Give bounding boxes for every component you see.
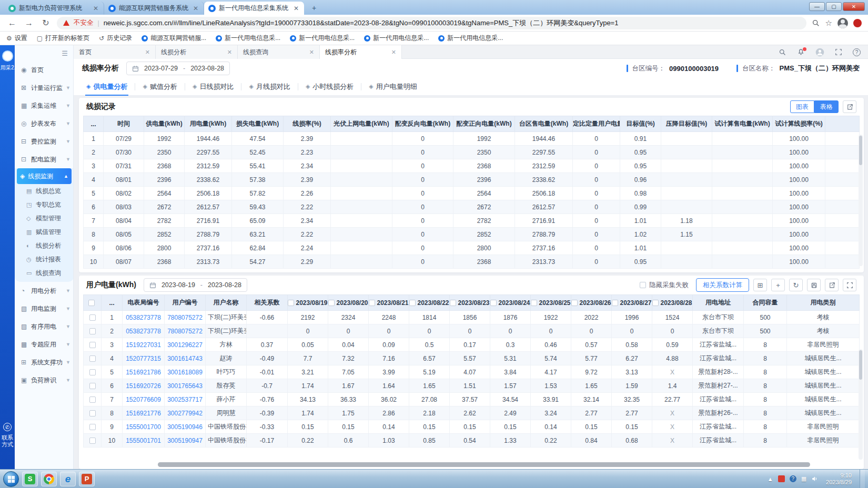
url-bar[interactable]: 不安全 | neweic.js.sgcc.com.cn/#/llm/line/L… [57, 17, 806, 29]
meter-id-link[interactable]: 1520776609 [123, 393, 165, 406]
taskbar-ie-icon[interactable]: e [60, 472, 76, 486]
row-checkbox[interactable] [89, 314, 96, 321]
user-id-link[interactable]: 3002779942 [165, 406, 206, 420]
user-id-link[interactable]: 3001765643 [165, 379, 206, 393]
bookmark-item[interactable]: 新一代用电信息采... [364, 34, 429, 43]
user-avatar[interactable] [815, 48, 824, 57]
date-column-checkbox[interactable] [652, 300, 659, 306]
sidebar-item-计量运行监测[interactable]: ⊠计量运行监测▼ [15, 79, 74, 97]
bookmark-item[interactable]: 新一代用电信息采... [216, 34, 280, 43]
sidebar-subitem-线损总览[interactable]: ▤线损总览 [15, 184, 74, 198]
save-icon[interactable] [807, 279, 821, 291]
sidebar-item-抄表发布[interactable]: ◎抄表发布▼ [15, 115, 74, 133]
toggle-chart-button[interactable]: 图表 [790, 100, 814, 113]
row-checkbox[interactable] [89, 328, 96, 334]
sidebar-item-有序用电[interactable]: ▨有序用电▼ [15, 318, 74, 336]
notification-bell-icon[interactable] [797, 48, 805, 56]
row-checkbox[interactable] [89, 355, 96, 362]
subtab-日线损对比[interactable]: ◈日线损对比 [185, 78, 241, 96]
correlation-calc-button[interactable]: 相关系数计算 [696, 278, 749, 292]
help-icon[interactable]: ? [853, 48, 861, 56]
date-column-checkbox[interactable] [369, 300, 375, 306]
meter-id-link[interactable]: 1555001700 [123, 420, 165, 434]
sidebar-subitem-统计报表[interactable]: ◷统计报表 [15, 252, 74, 266]
sidebar-subitem-线损分析[interactable]: ◐线损分析 [15, 239, 74, 252]
loss-date-range-picker[interactable]: 2023-07-29 - 2023-08-28 [126, 62, 230, 75]
date-column-checkbox[interactable] [288, 300, 294, 306]
row-checkbox[interactable] [89, 369, 96, 375]
sidebar-item-负荷辨识[interactable]: ▣负荷辨识▼ [15, 371, 74, 389]
show-desktop-button[interactable] [860, 470, 865, 488]
table-fullscreen-icon[interactable] [843, 279, 856, 291]
row-checkbox[interactable] [89, 342, 96, 348]
tab-close-icon[interactable]: ✕ [92, 5, 99, 12]
start-button[interactable] [3, 471, 19, 487]
user-id-link[interactable]: 3005190947 [165, 434, 206, 448]
user-id-link[interactable]: 7808075272 [165, 324, 206, 338]
tab-close-icon[interactable]: ✕ [292, 5, 300, 12]
user-id-link[interactable]: 3002537717 [165, 393, 206, 406]
sidebar-subitem-模型管理[interactable]: ◇模型管理 [15, 211, 74, 225]
export-icon[interactable] [843, 100, 856, 113]
meter-id-link[interactable]: 0538273778 [123, 311, 165, 324]
browser-tab[interactable]: 能源互联网营销服务系统✕ [104, 2, 204, 15]
tab-close-icon[interactable]: ✕ [192, 5, 199, 12]
update-badge-icon[interactable] [853, 19, 862, 27]
page-tab-线损查询[interactable]: 线损查询✕ [238, 45, 320, 59]
row-checkbox[interactable] [89, 424, 96, 430]
hide-failed-checkbox[interactable] [640, 282, 646, 288]
refresh-table-icon[interactable]: ↻ [789, 279, 803, 291]
page-tab-首页[interactable]: 首页✕ [74, 45, 156, 59]
tray-expand-icon[interactable]: ▲ [768, 476, 773, 482]
browser-tab[interactable]: 新一代用电信息采集系统✕ [204, 2, 304, 15]
sidebar-item-配电监测[interactable]: ⊡配电监测▼ [15, 150, 74, 168]
tray-app-icon[interactable] [778, 475, 785, 482]
user-id-link[interactable]: 3001618089 [165, 365, 206, 379]
select-all-checkbox[interactable] [88, 300, 95, 306]
tab-close-icon[interactable]: ✕ [227, 49, 232, 56]
user-id-link[interactable]: 7808075272 [165, 311, 206, 324]
bookmark-star-icon[interactable]: ☆ [825, 18, 832, 28]
row-checkbox[interactable] [89, 410, 96, 416]
subtab-用户电量明细[interactable]: ◈用户电量明细 [361, 78, 424, 96]
date-column-checkbox[interactable] [612, 300, 618, 306]
meter-id-link[interactable]: 1519227031 [123, 338, 165, 352]
date-end[interactable]: 2023-08-28 [190, 65, 224, 72]
horizontal-scrollbar[interactable] [158, 462, 810, 467]
user-table-scrollbar[interactable] [859, 349, 863, 460]
bookmark-item[interactable]: 新一代用电信息采... [290, 34, 355, 43]
tray-help-icon[interactable]: ? [790, 475, 796, 482]
sidebar-subitem-赋值管理[interactable]: ▥赋值管理 [15, 225, 74, 239]
browser-tab[interactable]: 新型电力负荷管理系统✕ [4, 2, 104, 15]
date-column-checkbox[interactable] [571, 300, 578, 306]
sidebar-item-采集运维[interactable]: ▦采集运维▼ [15, 97, 74, 115]
export-table-icon[interactable] [825, 279, 839, 291]
user-id-link[interactable]: 3001614743 [165, 352, 206, 365]
tray-keyboard-icon[interactable]: ▦ [801, 475, 806, 482]
user-id-link[interactable]: 3005190946 [165, 420, 206, 434]
taskbar-chrome-icon[interactable] [41, 472, 57, 486]
date-column-checkbox[interactable] [450, 300, 456, 306]
sidebar-item-用电监测[interactable]: ▧用电监测▼ [15, 300, 74, 318]
row-checkbox[interactable] [89, 438, 96, 444]
user-date-end[interactable]: 2023-08-28 [208, 281, 241, 289]
url-text[interactable]: neweic.js.sgcc.com.cn/#/llm/line/LineRat… [104, 18, 619, 28]
date-column-checkbox[interactable] [409, 300, 416, 306]
zoom-search-icon[interactable] [812, 19, 820, 27]
sidebar-item-用电分析[interactable]: ◔用电分析▼ [15, 282, 74, 300]
meter-id-link[interactable]: 1516921776 [123, 406, 165, 420]
sidebar-item-系统支撑功能[interactable]: ⊞系统支撑功能▼ [15, 353, 74, 371]
bookmark-item[interactable]: ▢打开新的标签页 [37, 34, 89, 43]
maximize-button[interactable]: ▢ [826, 2, 842, 11]
close-button[interactable]: ✕ [843, 2, 865, 11]
meter-id-link[interactable]: 1516921786 [123, 365, 165, 379]
back-icon[interactable]: ← [6, 18, 18, 28]
subtab-小时线损分析[interactable]: ◈小时线损分析 [298, 78, 361, 96]
tray-volume-icon[interactable] [811, 475, 818, 482]
refresh-icon[interactable]: ↻ [40, 18, 52, 28]
taskbar-wps-icon[interactable]: S [22, 472, 38, 486]
meter-id-link[interactable]: 0538273778 [123, 324, 165, 338]
profile-avatar[interactable] [837, 18, 848, 28]
sidebar-item-首页[interactable]: ◉首页 [15, 61, 74, 79]
date-start[interactable]: 2023-07-29 [144, 65, 178, 72]
